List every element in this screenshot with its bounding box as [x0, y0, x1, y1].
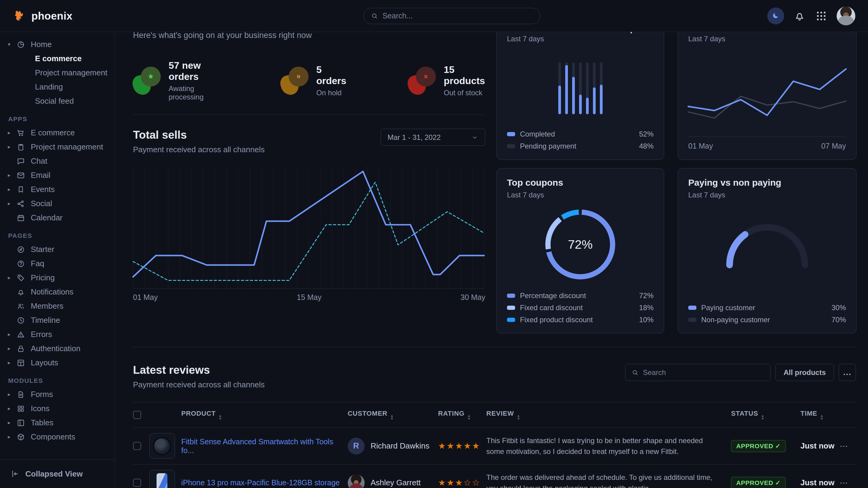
sidebar-item-forms[interactable]: ▸Forms	[0, 387, 115, 401]
reviews-table: PRODUCT▲▼ CUSTOMER▲▼ RATING▲▼ REVIEW▲▼ S…	[133, 402, 856, 488]
sidebar-subitem-e-commerce[interactable]: E commerce	[0, 52, 115, 66]
row-checkbox[interactable]	[133, 442, 141, 450]
brand-logo[interactable]: phoenix	[13, 9, 72, 23]
sidebar-item-members[interactable]: Members	[0, 299, 115, 313]
legend-value: 10%	[639, 316, 654, 324]
status-badge: APPROVED ✓	[731, 440, 786, 452]
sidebar-item-label: Faq	[31, 259, 44, 268]
time-value: Just now	[801, 441, 835, 450]
stat-value: 5 orders	[316, 64, 346, 87]
sidebar-item-chat[interactable]: Chat	[0, 154, 115, 168]
legend-swatch-icon	[507, 318, 515, 322]
caret-icon: ▸	[8, 346, 16, 352]
sidebar-subitem-project-management[interactable]: Project management	[0, 66, 115, 80]
order-bar	[572, 62, 575, 114]
row-more-icon[interactable]: ⋯	[840, 442, 848, 451]
order-bar	[600, 62, 602, 114]
sidebar-item-e-commerce[interactable]: ▸E commerce	[0, 126, 115, 140]
table-row: iPhone 13 pro max-Pacific Blue-128GB sto…	[133, 464, 856, 488]
sidebar-item-home[interactable]: ▾Home	[0, 37, 115, 52]
user-avatar[interactable]	[837, 7, 855, 25]
sidebar-item-components[interactable]: ▸Components	[0, 430, 115, 444]
col-status[interactable]: STATUS▲▼	[731, 402, 801, 428]
sort-icon: ▲▼	[761, 414, 765, 420]
collapsed-view-toggle[interactable]: Collapsed View	[0, 459, 115, 488]
customer-avatar: R	[348, 438, 365, 455]
total-sells-chart: 01 May 15 May 30 May	[133, 166, 485, 303]
legend-value: 72%	[639, 291, 654, 300]
search-icon	[631, 369, 639, 377]
sidebar-item-notifications[interactable]: Notifications	[0, 285, 115, 299]
reviews-more-button[interactable]: ...	[839, 364, 856, 381]
sidebar-item-label: Layouts	[31, 358, 58, 367]
legend-swatch-icon	[688, 306, 696, 310]
col-customer[interactable]: CUSTOMER▲▼	[348, 402, 438, 428]
coupons-legend-item-fixed-card-discount: Fixed card discount18%	[507, 303, 654, 312]
paying-gauge-chart	[717, 215, 817, 268]
total-sells-subtitle: Payment received across all channels	[133, 145, 265, 154]
sidebar-item-errors[interactable]: ▸Errors	[0, 327, 115, 341]
reviews-header-row: PRODUCT▲▼ CUSTOMER▲▼ RATING▲▼ REVIEW▲▼ S…	[133, 402, 856, 428]
sidebar-item-faq[interactable]: Faq	[0, 257, 115, 271]
product-link[interactable]: Fitbit Sense Advanced Smartwatch with To…	[181, 437, 333, 455]
sidebar-item-project-management[interactable]: ▸Project management	[0, 140, 115, 154]
col-review[interactable]: REVIEW▲▼	[487, 402, 732, 428]
sidebar-item-layouts[interactable]: ▸Layouts	[0, 356, 115, 370]
sidebar-item-timeline[interactable]: Timeline	[0, 313, 115, 327]
sidebar-item-tables[interactable]: ▸Tables	[0, 416, 115, 430]
lock-icon	[16, 344, 25, 353]
product-link[interactable]: iPhone 13 pro max-Pacific Blue-128GB sto…	[181, 478, 340, 487]
review-text: The order was delivered ahead of schedul…	[487, 472, 732, 488]
sidebar-item-pricing[interactable]: ▸Pricing	[0, 271, 115, 285]
all-products-button[interactable]: All products	[775, 364, 834, 381]
main-content: Ecommerce Dashboard Here's what's going …	[115, 0, 868, 488]
sidebar: ▾HomeE commerceProject managementLanding…	[0, 32, 115, 488]
row-checkbox[interactable]	[133, 479, 141, 487]
reviews-search-input[interactable]	[643, 368, 764, 377]
select-all-checkbox[interactable]	[133, 411, 141, 419]
sidebar-subitem-landing[interactable]: Landing	[0, 80, 115, 94]
col-product[interactable]: PRODUCT▲▼	[181, 402, 348, 428]
legend-label: Completed	[520, 130, 555, 138]
sidebar-item-social[interactable]: ▸Social	[0, 197, 115, 211]
calendar-icon	[16, 214, 25, 223]
sidebar-item-icons[interactable]: ▸Icons	[0, 401, 115, 416]
sidebar-item-label: Pricing	[31, 273, 55, 283]
paying-card: Paying vs non paying Last 7 days Paying …	[678, 168, 857, 333]
date-range-select[interactable]: Mar 1 - 31, 2022	[381, 129, 485, 146]
sidebar-item-starter[interactable]: Starter	[0, 242, 115, 257]
legend-swatch-icon	[507, 132, 515, 136]
notifications-button[interactable]	[793, 10, 806, 22]
stats-divider	[133, 115, 485, 115]
sidebar-item-calendar[interactable]: Calendar	[0, 211, 115, 225]
sidebar-item-events[interactable]: ▸Events	[0, 182, 115, 197]
collapsed-view-label: Collapsed View	[25, 469, 83, 479]
row-more-icon[interactable]: ⋯	[840, 478, 848, 487]
col-time[interactable]: TIME▲▼	[801, 402, 840, 428]
order-bar	[565, 62, 568, 114]
sidebar-item-label: Social	[31, 199, 52, 208]
apps-menu-button[interactable]	[815, 10, 828, 22]
top-coupons-donut-chart: 72%	[545, 209, 615, 280]
sidebar-item-authentication[interactable]: ▸Authentication	[0, 341, 115, 356]
tag-icon	[16, 273, 25, 283]
time-value: Just now	[801, 478, 835, 487]
legend-value: 52%	[639, 130, 654, 138]
warning-icon	[16, 330, 25, 339]
theme-toggle-button[interactable]	[767, 7, 784, 24]
sidebar-nav: ▾HomeE commerceProject managementLanding…	[0, 37, 115, 444]
new-customers-line-chart: 01 May 07 May	[688, 43, 846, 151]
sidebar-subitem-social-feed[interactable]: Social feed	[0, 94, 115, 108]
sidebar-item-email[interactable]: ▸Email	[0, 168, 115, 182]
sidebar-item-label: Chat	[31, 157, 48, 166]
col-rating[interactable]: RATING▲▼	[438, 402, 487, 428]
bell-icon	[793, 10, 806, 22]
total-orders-card: Total orders-6.8% Last 7 days 16,247 Com…	[496, 11, 664, 160]
clock-icon	[16, 316, 25, 325]
order-bar	[558, 62, 561, 114]
legend-label: Percentage discount	[520, 291, 586, 300]
new-customers-axis	[688, 136, 846, 137]
order-bar	[579, 62, 582, 114]
rating-stars: ★★★★★	[438, 441, 481, 451]
global-search-input[interactable]	[382, 11, 533, 20]
